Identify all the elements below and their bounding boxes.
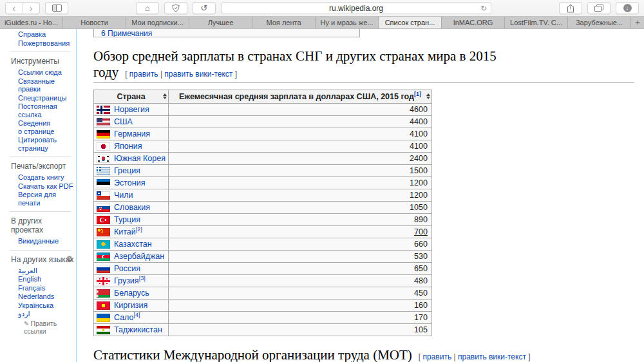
table-of-contents: 6 Примечания (93, 29, 360, 37)
toc-item-notes[interactable]: 6 Примечания (101, 30, 152, 37)
salary-value: 660 (169, 238, 432, 251)
country-link[interactable]: Грузия (114, 276, 139, 285)
sidebar-link[interactable]: اردو (18, 310, 76, 318)
edit-link[interactable]: править (129, 70, 158, 79)
col-header-salary[interactable]: Ежемесячная средняя зарплата в долларах … (169, 90, 432, 104)
country-cell: Россия (94, 263, 169, 275)
country-link[interactable]: Киргизия (114, 301, 147, 310)
share-icon (567, 4, 574, 13)
sidebar-link[interactable]: Nederlands (18, 292, 76, 301)
history-extension-button[interactable]: ↺ (193, 2, 216, 14)
browser-tab[interactable]: Ну и мразь же... (316, 17, 379, 28)
salary-number: 4100 (410, 129, 428, 138)
sidebar-link[interactable]: Українська (18, 301, 76, 310)
sidebar-link[interactable]: Спецстраницы (18, 94, 76, 102)
reload-icon[interactable]: ↻ (480, 4, 487, 13)
browser-tab[interactable]: Моя лента (252, 17, 316, 28)
sidebar-link[interactable]: Сведения о странице (18, 119, 76, 135)
sidebar-link[interactable]: Викиданные (18, 237, 76, 245)
browser-tab[interactable]: Мои подписки... (126, 17, 189, 28)
country-link[interactable]: Россия (114, 264, 140, 273)
country-link[interactable]: Чили (114, 191, 133, 200)
new-tab-button[interactable]: + (631, 17, 644, 28)
country-link[interactable]: Словакия (114, 203, 150, 212)
edit-wikitext-link[interactable]: править вики-текст (458, 352, 526, 361)
sidebar-link[interactable]: Français (18, 284, 76, 292)
sidebar-link[interactable]: Связанные правки (18, 77, 76, 93)
country-link[interactable]: Беларусь (114, 289, 149, 298)
edit-wikitext-link[interactable]: править вики-текст (164, 70, 232, 79)
sidebar-link[interactable]: Создать книгу (18, 173, 76, 182)
browser-tab[interactable]: iGuides.ru - Но... (0, 17, 63, 28)
browser-tab[interactable]: Лучшее (189, 17, 252, 28)
country-link[interactable]: США (114, 117, 133, 126)
country-link[interactable]: Южная Корея (114, 154, 166, 163)
sidebar-link[interactable]: Справка (18, 30, 76, 39)
reference-link[interactable]: [1] (414, 91, 421, 97)
kazakhstan-flag-icon (97, 240, 110, 249)
sort-icon[interactable] (163, 93, 167, 99)
country-cell: Греция (94, 165, 169, 177)
sidebar-link[interactable]: Постоянная ссылка (18, 102, 76, 119)
country-link[interactable]: Япония (114, 142, 142, 151)
gear-icon[interactable]: ⚙ (66, 254, 73, 263)
country-cell: США (94, 116, 169, 128)
sidebar-link[interactable]: English (18, 275, 76, 283)
reference-link[interactable]: [3] (139, 275, 146, 281)
sidebar-link[interactable]: Пожертвования (18, 39, 76, 48)
browser-tab[interactable]: Новости (63, 17, 126, 28)
downloads-button[interactable]: ↓ (616, 2, 639, 14)
browser-tab[interactable]: LostFilm.TV. С... (505, 17, 568, 28)
sidebar-link[interactable]: Версия для печати (18, 191, 76, 207)
browser-tab[interactable]: Зарубежные... (568, 17, 631, 28)
salary-value: 450 (169, 287, 432, 300)
salary-number: 1050 (410, 203, 428, 212)
sidebar-link[interactable]: Цитировать страницу (18, 136, 76, 152)
address-bar[interactable]: ru.wikipedia.org ↻ (221, 2, 491, 14)
country-link[interactable]: Азербайджан (114, 252, 164, 261)
col-header-label: Ежемесячная средняя зарплата в долларах … (179, 92, 414, 101)
russia-flag-icon (97, 265, 110, 273)
col-header-country[interactable]: Страна (94, 90, 169, 104)
bracket: ] (528, 352, 530, 361)
salary-number: 105 (414, 325, 428, 334)
reference-link[interactable]: [2] (136, 226, 142, 233)
country-cell: Словакия (94, 202, 169, 214)
share-button[interactable] (559, 2, 582, 14)
country-link[interactable]: Турция (114, 215, 140, 224)
browser-tab[interactable]: Список стран... (379, 17, 442, 28)
table-row: Эстония1200 (94, 177, 432, 189)
edit-section: [ править | править вики-текст ] (125, 70, 237, 79)
edit-link[interactable]: править (422, 352, 451, 361)
tab-overview-button[interactable] (587, 2, 611, 14)
norway-flag-icon (97, 106, 110, 114)
sidebar-link[interactable]: العربية (18, 267, 76, 275)
sort-icon[interactable] (426, 93, 430, 99)
back-button[interactable]: ‹ (6, 3, 23, 14)
forward-button[interactable]: › (23, 3, 39, 14)
table-row: Турция890 (94, 214, 432, 226)
home-button[interactable]: ⌂ (136, 2, 159, 14)
sidebar-link-list: Создать книгуСкачать как PDFВерсия для п… (0, 173, 76, 207)
sidebar-link[interactable]: Скачать как PDF (18, 182, 76, 191)
table-row: Таджикистан105 (94, 324, 432, 336)
shield-extension-button[interactable] (164, 2, 187, 14)
country-link[interactable]: Таджикистан (114, 325, 162, 334)
sidebar-toggle-button[interactable] (45, 2, 68, 14)
country-link[interactable]: Греция (114, 166, 140, 175)
salary-value: 1500 (169, 165, 432, 177)
georgia-flag-icon (97, 277, 110, 285)
sidebar-section: На других языках⚙العربيةEnglishFrançaisN… (0, 254, 76, 335)
country-link[interactable]: Казахстан (114, 240, 152, 249)
sidebar-section-header: В других проектах (0, 216, 76, 237)
country-link[interactable]: Германия (114, 129, 150, 138)
browser-tab[interactable]: InMAC.ORG (442, 17, 505, 28)
sidebar-link[interactable]: Ссылки сюда (18, 68, 76, 77)
salary-value: 4100 (169, 140, 432, 153)
country-link[interactable]: Сало (114, 313, 134, 322)
reference-link[interactable]: [4] (134, 312, 140, 318)
country-link[interactable]: Норвегия (114, 105, 149, 114)
country-link[interactable]: Китай (114, 227, 136, 236)
slovakia-flag-icon (97, 204, 110, 212)
country-link[interactable]: Эстония (114, 178, 145, 187)
